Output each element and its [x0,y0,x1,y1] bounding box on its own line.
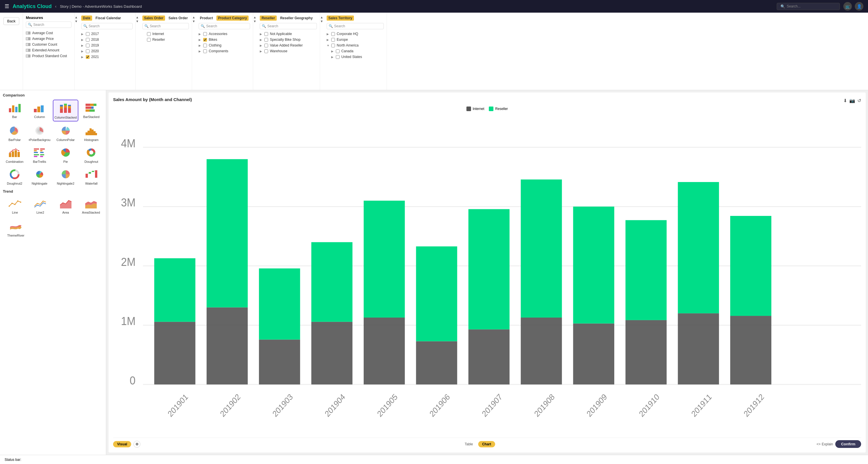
back-button[interactable]: Back [3,17,19,25]
product-components[interactable]: ▶ Components [198,48,250,54]
bar-group-201909[interactable]: 201909 [573,207,614,419]
fiscal-calendar-tab[interactable]: Fiscal Calendar [94,16,122,21]
date-search[interactable]: 🔍 Search [81,23,133,29]
sales-order-search[interactable]: 🔍 Search [143,23,189,29]
reseller-specialty-bike-shop[interactable]: ▶ Specialty Bike Shop [260,37,317,42]
sales-order-tab1[interactable]: Sales Order [143,16,165,21]
product-accessories[interactable]: ▶ Accessories [198,31,250,37]
expand-icon[interactable]: ▲ [74,16,78,19]
collapse-icon[interactable]: ▼ [253,20,256,23]
measure-product-standard-cost[interactable]: Product Standard Cost [26,53,71,59]
chart-type-polar-bg[interactable]: •PolarBackgrou [28,123,52,143]
measure-average-cost[interactable]: Average Cost [26,30,71,36]
measure-extended-amount[interactable]: Extended Amount [26,48,71,53]
user-icon[interactable]: 👤 [855,2,863,11]
measure-average-price[interactable]: Average Price [26,36,71,42]
bar-group-201906[interactable]: 201906 [416,246,457,419]
expand-arrow-icon[interactable]: ▼ [327,44,330,47]
date-checkbox-2020[interactable] [86,50,90,53]
date-item-2019[interactable]: ▶ 2019 [81,42,133,48]
measure-customer-count[interactable]: Customer Count [26,42,71,48]
collapse-icon[interactable]: ▼ [136,20,139,23]
measures-search[interactable]: 🔍 Search [26,22,71,28]
bar-group-201902[interactable]: 201902 [207,159,248,419]
sales-order-internet[interactable]: ▶ Internet [143,31,189,37]
product-clothing[interactable]: ▶ Clothing [198,42,250,48]
chart-type-column[interactable]: Column [28,100,52,121]
expand-arrow-icon[interactable]: ▶ [81,55,84,59]
bar-group-201908[interactable]: 201908 [521,180,562,419]
chart-type-bar-polar[interactable]: BarPolar [3,123,26,143]
reseller-search[interactable]: 🔍 Search [260,23,317,29]
bar-group-201904[interactable]: 201904 [311,242,352,419]
chart-type-column-polar[interactable]: ColumnPolar [53,123,79,143]
bar-group-201911[interactable]: 201911 [678,182,719,419]
date-checkbox-2018[interactable] [86,38,90,42]
tv-icon[interactable]: 📺 [843,2,852,11]
product-category-tab[interactable]: Product Category [216,16,249,21]
accessories-checkbox[interactable] [203,32,207,36]
confirm-button[interactable]: Confirm [835,440,861,448]
expand-arrow-icon[interactable]: ▶ [81,32,84,36]
date-item-2021[interactable]: ▶ 2021 [81,54,133,60]
reseller-tab1[interactable]: Reseller [260,16,277,21]
date-item-2017[interactable]: ▶ 2017 [81,31,133,37]
internet-checkbox[interactable] [147,32,151,36]
chart-type-bar-stacked[interactable]: BarStacked [80,100,103,121]
collapse-icon[interactable]: ▼ [320,20,323,23]
expand-arrow-icon[interactable]: ▶ [198,32,202,36]
product-search[interactable]: 🔍 Search [198,23,250,29]
sales-order-tab2[interactable]: Sales Order [167,16,189,21]
expand-icon[interactable]: ▲ [192,16,195,19]
chart-button[interactable]: Chart [478,441,495,447]
product-tab1[interactable]: Product [198,16,214,21]
specialty-bike-shop-checkbox[interactable] [265,38,268,42]
territory-corporate-hq[interactable]: ▶ Corporate HQ [327,31,384,37]
chart-type-combination[interactable]: Combination [3,145,26,165]
chart-type-area-stacked[interactable]: AreaStacked [79,195,103,216]
chart-type-theme-river[interactable]: ThemeRiver [3,218,29,239]
expand-icon[interactable]: ▲ [253,16,256,19]
canada-checkbox[interactable] [336,50,340,53]
chart-type-pie[interactable]: Pie [53,145,79,165]
territory-europe[interactable]: ▶ Europe [327,37,384,42]
expand-arrow-icon[interactable]: ▶ [260,44,262,47]
visual-button[interactable]: Visual [113,441,131,447]
table-button[interactable]: Table [462,441,476,447]
gear-button[interactable]: ⚙ [133,441,141,447]
not-applicable-checkbox[interactable] [265,32,268,36]
bar-group-201903[interactable]: 201903 [259,269,300,419]
expand-arrow-icon[interactable]: ▶ [198,50,202,53]
clothing-checkbox[interactable] [203,44,207,48]
collapse-icon[interactable]: ▼ [192,20,195,23]
sales-order-reseller[interactable]: ▶ Reseller [143,37,189,42]
explain-button[interactable]: <> Explain [817,442,833,446]
reseller-not-applicable[interactable]: ▶ Not Applicable [260,31,317,37]
territory-north-america[interactable]: ▼ North America [327,42,384,48]
bikes-checkbox[interactable] [203,38,207,42]
collapse-icon[interactable]: ▼ [74,20,78,23]
territory-canada[interactable]: ▶ Canada [327,48,384,54]
expand-arrow-icon[interactable]: ▶ [327,38,330,41]
reseller-geography-tab[interactable]: Reseller Geography [279,16,314,21]
reseller-value-added[interactable]: ▶ Value Added Reseller [260,42,317,48]
chart-type-column-stacked[interactable]: ColumnStacked [53,100,79,121]
united-states-checkbox[interactable] [336,55,340,59]
components-checkbox[interactable] [203,50,207,53]
expand-icon[interactable]: ▲ [136,16,139,19]
corporate-hq-checkbox[interactable] [331,32,335,36]
date-tab[interactable]: Date [81,16,92,21]
chart-type-area[interactable]: Area [54,195,78,216]
expand-arrow-icon[interactable]: ▶ [81,44,84,47]
sales-territory-search[interactable]: 🔍 Search [327,23,384,29]
date-item-2020[interactable]: ▶ 2020 [81,48,133,54]
north-america-checkbox[interactable] [331,44,335,48]
expand-arrow-icon[interactable]: ▶ [198,44,202,47]
europe-checkbox[interactable] [331,38,335,42]
bar-group-201912[interactable]: 201912 [730,216,771,419]
expand-arrow-icon[interactable]: ▶ [331,55,334,59]
chart-type-doughnut[interactable]: Doughnut [80,145,103,165]
bar-group-201910[interactable]: 201910 [625,220,666,419]
nav-search[interactable]: 🔍 Search... [777,3,840,10]
camera-button[interactable]: 📷 [849,98,855,103]
